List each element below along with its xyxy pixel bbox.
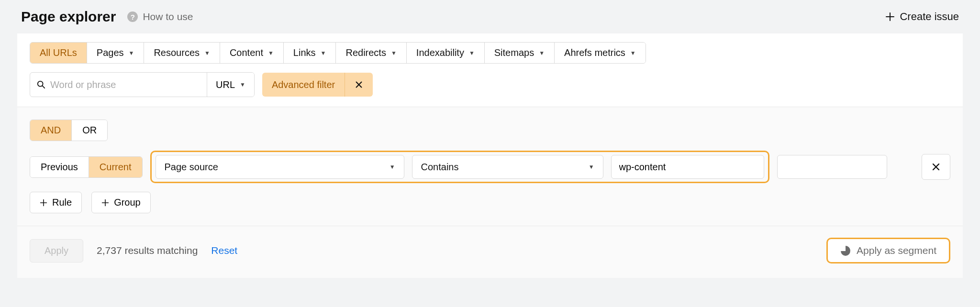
filter-tab-sitemaps[interactable]: Sitemaps▼ bbox=[485, 43, 555, 63]
advanced-filter-close[interactable] bbox=[345, 73, 373, 97]
close-icon bbox=[355, 80, 363, 89]
filter-tab-links[interactable]: Links▼ bbox=[284, 43, 336, 63]
filter-tab-label: Indexability bbox=[416, 47, 464, 58]
create-issue-label: Create issue bbox=[900, 11, 959, 23]
filter-tab-resources[interactable]: Resources▼ bbox=[144, 43, 220, 63]
help-icon: ? bbox=[127, 11, 138, 22]
caret-down-icon: ▼ bbox=[391, 50, 397, 56]
remove-rule-button[interactable] bbox=[922, 154, 950, 180]
caret-down-icon: ▼ bbox=[129, 50, 134, 56]
caret-down-icon: ▼ bbox=[321, 50, 326, 56]
apply-as-segment-button[interactable]: Apply as segment bbox=[826, 238, 950, 263]
svg-point-0 bbox=[38, 81, 43, 87]
caret-down-icon: ▼ bbox=[240, 81, 245, 88]
filter-tab-label: Ahrefs metrics bbox=[564, 47, 625, 58]
filter-tabs: All URLsPages▼Resources▼Content▼Links▼Re… bbox=[30, 42, 646, 64]
filter-tab-pages[interactable]: Pages▼ bbox=[87, 43, 145, 63]
caret-down-icon: ▼ bbox=[589, 164, 594, 170]
results-count: 2,737 results matching bbox=[97, 245, 198, 256]
search-input[interactable] bbox=[50, 79, 200, 90]
search-scope-select[interactable]: URL ▼ bbox=[207, 73, 254, 97]
page-title: Page explorer bbox=[21, 9, 116, 25]
pie-chart-icon bbox=[840, 245, 851, 256]
how-to-use-label: How to use bbox=[143, 11, 193, 22]
rule-extra-field[interactable] bbox=[777, 155, 887, 179]
filter-tab-all-urls[interactable]: All URLs bbox=[30, 43, 87, 63]
filter-tab-label: Resources bbox=[154, 47, 200, 58]
rule-value-input[interactable] bbox=[611, 155, 764, 179]
caret-down-icon: ▼ bbox=[539, 50, 545, 56]
apply-as-segment-label: Apply as segment bbox=[857, 245, 936, 256]
filter-tab-content[interactable]: Content▼ bbox=[220, 43, 284, 63]
rule-field-label: Page source bbox=[165, 162, 218, 173]
create-issue-button[interactable]: Create issue bbox=[885, 11, 959, 23]
filter-tab-label: Pages bbox=[97, 47, 124, 58]
search-box[interactable] bbox=[30, 73, 207, 97]
filter-tab-label: Sitemaps bbox=[494, 47, 534, 58]
filter-tab-ahrefs-metrics[interactable]: Ahrefs metrics▼ bbox=[555, 43, 646, 63]
prev-current-toggle: Previous Current bbox=[30, 156, 143, 178]
caret-down-icon: ▼ bbox=[268, 50, 274, 56]
caret-down-icon: ▼ bbox=[630, 50, 636, 56]
caret-down-icon: ▼ bbox=[204, 50, 210, 56]
add-rule-button[interactable]: Rule bbox=[30, 192, 82, 213]
filter-tab-label: All URLs bbox=[40, 47, 77, 58]
apply-button[interactable]: Apply bbox=[30, 239, 83, 263]
filter-tab-label: Links bbox=[293, 47, 316, 58]
logic-or[interactable]: OR bbox=[72, 120, 107, 141]
filter-tab-indexability[interactable]: Indexability▼ bbox=[407, 43, 485, 63]
caret-down-icon: ▼ bbox=[469, 50, 475, 56]
logic-toggle: AND OR bbox=[30, 120, 108, 141]
filter-tab-redirects[interactable]: Redirects▼ bbox=[336, 43, 406, 63]
rule-field-select[interactable]: Page source ▼ bbox=[156, 155, 404, 179]
filter-tab-label: Redirects bbox=[345, 47, 386, 58]
plus-icon bbox=[40, 199, 47, 207]
rule-operator-label: Contains bbox=[421, 162, 459, 173]
add-group-label: Group bbox=[114, 197, 141, 208]
search-scope-label: URL bbox=[216, 79, 235, 90]
close-icon bbox=[931, 162, 941, 172]
plus-icon bbox=[885, 12, 895, 22]
advanced-filter-button[interactable]: Advanced filter bbox=[262, 73, 345, 97]
filter-tab-label: Content bbox=[230, 47, 263, 58]
caret-down-icon: ▼ bbox=[390, 164, 395, 170]
how-to-use-link[interactable]: ? How to use bbox=[127, 11, 193, 22]
logic-and[interactable]: AND bbox=[30, 120, 72, 141]
rule-highlight: Page source ▼ Contains ▼ bbox=[150, 151, 769, 183]
toggle-current[interactable]: Current bbox=[89, 157, 142, 177]
rule-operator-select[interactable]: Contains ▼ bbox=[412, 155, 603, 179]
reset-link[interactable]: Reset bbox=[211, 245, 237, 256]
add-group-button[interactable]: Group bbox=[91, 192, 151, 213]
add-rule-label: Rule bbox=[52, 197, 72, 208]
search-icon bbox=[37, 80, 45, 89]
toggle-previous[interactable]: Previous bbox=[30, 157, 89, 177]
plus-icon bbox=[101, 199, 109, 207]
